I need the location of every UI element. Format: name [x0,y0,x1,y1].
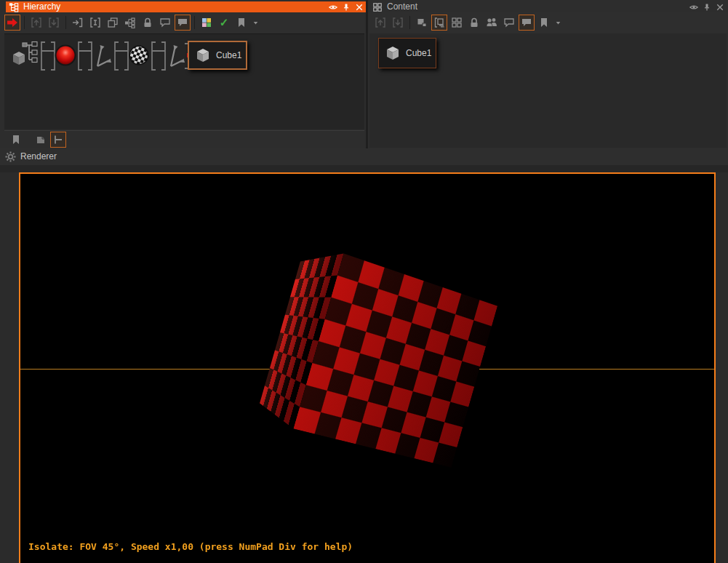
bookmark-flag-icon [10,134,22,145]
caret-down-icon [252,20,259,26]
content-titlebar[interactable]: Content [369,1,727,12]
titlebar-spacer [66,1,327,12]
speech-bubble-outline-icon [159,17,171,28]
layers-icon [107,17,119,28]
content-pin-button[interactable] [700,2,713,12]
red-sphere-node[interactable] [55,45,76,66]
cube-3d-icon [13,52,25,65]
isolate-status-text: Isolate: FOV 45°, Speed x1,00 (press Num… [28,541,353,552]
bookmark-flag-icon [538,17,550,28]
bracket-layers-icon [433,17,445,28]
bracket-arrow-up-icon [375,17,386,28]
content-close-button[interactable] [713,2,727,12]
comment-button[interactable] [157,15,173,31]
bookmarks-button[interactable] [233,15,249,31]
thumbnail-grid-button[interactable] [449,15,465,31]
content-item-cube1[interactable]: Cube1 [378,38,436,68]
lock-button[interactable] [466,15,482,31]
hierarchy-node-graph [10,39,193,73]
grid-icon [372,2,383,12]
renderer-substrip [0,165,728,172]
instances-button[interactable] [414,15,430,31]
move-down-button[interactable] [46,15,62,31]
close-icon [355,3,364,12]
caret-down-icon [555,20,561,26]
bracket-connector [79,42,92,70]
stacked-squares-icon [416,17,428,28]
content-body[interactable]: Cube1 [369,33,727,148]
bracket-arrow-down-icon [392,17,404,28]
hierarchy-node-cube1[interactable]: Cube1 [188,41,247,70]
content-title: Content [387,1,423,12]
split-container-button[interactable] [87,15,103,31]
hierarchy-pin-button[interactable] [340,2,353,12]
speech-bubble-filled-icon [521,17,532,28]
eye-icon [329,3,337,12]
red-arrow-icon [7,17,18,28]
comment-button[interactable] [501,15,517,31]
show-comments-button[interactable] [175,15,191,31]
lock-button[interactable] [140,15,156,31]
gear-icon [5,151,16,162]
color-palette-icon [201,17,212,28]
hierarchy-footer-bar [4,130,364,148]
users-button[interactable] [484,15,500,31]
grid-icon [451,17,463,28]
bracket-beam-icon [89,17,101,28]
renderer-titlebar[interactable]: Renderer [0,148,728,165]
titlebar-spacer [423,1,687,12]
window-edge-right [716,172,728,563]
bracket-arrow-up-icon [31,17,42,28]
arrow-into-bracket-icon [72,17,84,28]
move-up-button[interactable] [28,15,44,31]
subtree-button[interactable] [122,15,138,31]
footer-bookmark-button[interactable] [8,132,24,148]
scene-tree-node[interactable] [13,42,37,65]
hierarchy-titlebar[interactable]: Hierarchy [6,1,366,12]
hierarchy-title: Hierarchy [23,1,66,12]
toolbar-separator [194,16,195,29]
move-down-button[interactable] [390,15,406,31]
hierarchy-toolbar: ✓ [0,12,366,33]
duplicate-button[interactable] [105,15,121,31]
people-icon [486,17,497,28]
content-toolbar [368,12,728,33]
cube-3d-icon [384,44,401,62]
insert-into-button[interactable] [70,15,86,31]
titlebar-spacer [64,148,728,165]
render-scene-3d [20,174,714,563]
show-comments-button[interactable] [519,15,535,31]
node-label: Cube1 [216,50,241,60]
validate-button[interactable]: ✓ [216,15,232,31]
pages-button[interactable] [431,15,447,31]
bracket-connector [41,42,55,70]
hierarchy-visibility-button[interactable] [327,2,340,12]
window-edge-left [0,172,19,563]
axes-node[interactable] [97,45,111,66]
eye-icon [689,3,698,12]
hierarchy-panel: Hierarchy ✓ [0,0,366,148]
folded-corner-icon [35,134,47,145]
bookmarks-button[interactable] [536,15,552,31]
padlock-icon [468,17,480,28]
hierarchy-close-button[interactable] [353,2,366,12]
bracket-connector [152,42,165,70]
bookmarks-dropdown-button[interactable] [251,15,260,31]
jump-to-node-button[interactable] [4,15,20,31]
move-up-button[interactable] [372,15,388,31]
axes-node[interactable] [171,45,185,66]
bookmarks-dropdown-button[interactable] [553,15,562,31]
hierarchy-node-canvas[interactable]: Cube1 [4,33,364,129]
color-scheme-button[interactable] [199,15,215,31]
bookmark-flag-icon [236,17,247,28]
bracket-arrow-down-icon [48,17,60,28]
content-visibility-button[interactable] [687,2,700,12]
pin-icon [703,3,711,12]
render-viewport[interactable]: Isolate: FOV 45°, Speed x1,00 (press Num… [19,172,716,563]
footer-layer-view-button[interactable] [33,132,49,148]
small-tree-icon [124,17,136,28]
speech-bubble-outline-icon [503,17,515,28]
checker-sphere-node[interactable] [129,46,149,65]
footer-tree-view-button[interactable] [50,132,66,148]
cube-3d-icon [194,47,212,64]
